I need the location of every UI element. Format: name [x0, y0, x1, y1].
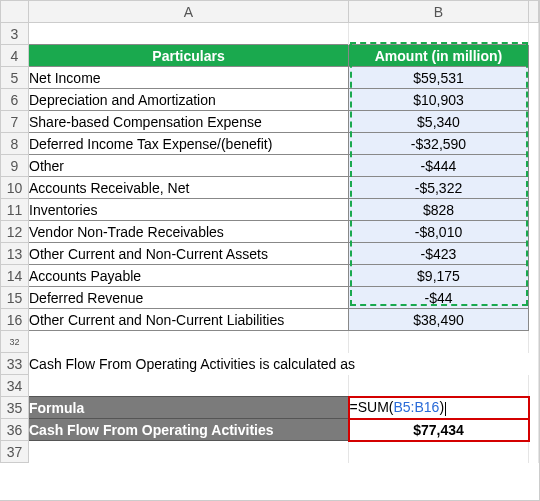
row-header[interactable]: 34 [1, 375, 29, 397]
item-label[interactable]: Net Income [29, 67, 349, 89]
corner-cell[interactable] [1, 1, 29, 23]
item-value[interactable]: -$32,590 [349, 133, 529, 155]
row-header[interactable]: 32 [1, 331, 29, 353]
col-header-c[interactable] [529, 1, 539, 23]
cell[interactable] [529, 111, 539, 133]
item-label[interactable]: Accounts Payable [29, 265, 349, 287]
cell[interactable] [29, 23, 349, 45]
formula-cell[interactable]: =SUM(B5:B16) [349, 397, 529, 419]
spreadsheet[interactable]: A B 3 4 Particulars Amount (in million) … [0, 0, 540, 501]
cell[interactable] [529, 45, 539, 67]
grid[interactable]: A B 3 4 Particulars Amount (in million) … [0, 0, 539, 463]
cell[interactable] [529, 199, 539, 221]
item-value[interactable]: -$444 [349, 155, 529, 177]
note-text[interactable]: Cash Flow From Operating Activities is c… [29, 353, 529, 375]
item-value[interactable]: $9,175 [349, 265, 529, 287]
row-header[interactable]: 33 [1, 353, 29, 375]
cell[interactable] [529, 155, 539, 177]
item-value[interactable]: $828 [349, 199, 529, 221]
result-label[interactable]: Cash Flow From Operating Activities [29, 419, 349, 441]
col-header-a[interactable]: A [29, 1, 349, 23]
formula-close: ) [439, 399, 444, 415]
row-header[interactable]: 10 [1, 177, 29, 199]
cell[interactable] [349, 331, 529, 353]
cell[interactable] [529, 265, 539, 287]
row-header[interactable]: 9 [1, 155, 29, 177]
formula-fn: SUM( [358, 399, 394, 415]
cell[interactable] [529, 67, 539, 89]
row-header[interactable]: 6 [1, 89, 29, 111]
cell[interactable] [529, 243, 539, 265]
row-header[interactable]: 16 [1, 309, 29, 331]
row-header[interactable]: 3 [1, 23, 29, 45]
item-value[interactable]: $59,531 [349, 67, 529, 89]
row-header[interactable]: 11 [1, 199, 29, 221]
header-amount[interactable]: Amount (in million) [349, 45, 529, 67]
formula-range: B5:B16 [393, 399, 439, 415]
item-label[interactable]: Other [29, 155, 349, 177]
cell[interactable] [529, 331, 539, 353]
item-label[interactable]: Inventories [29, 199, 349, 221]
cell[interactable] [529, 177, 539, 199]
cell[interactable] [529, 133, 539, 155]
item-value[interactable]: -$423 [349, 243, 529, 265]
item-label[interactable]: Deferred Income Tax Expense/(benefit) [29, 133, 349, 155]
item-value[interactable]: $38,490 [349, 309, 529, 331]
row-header[interactable]: 5 [1, 67, 29, 89]
cell[interactable] [529, 89, 539, 111]
cell[interactable] [529, 353, 539, 375]
cell[interactable] [529, 309, 539, 331]
row-header[interactable]: 12 [1, 221, 29, 243]
formula-eq: = [350, 399, 358, 415]
col-header-b[interactable]: B [349, 1, 529, 23]
item-value[interactable]: $5,340 [349, 111, 529, 133]
item-label[interactable]: Other Current and Non-Current Assets [29, 243, 349, 265]
item-value[interactable]: -$5,322 [349, 177, 529, 199]
item-value[interactable]: -$44 [349, 287, 529, 309]
cell[interactable] [349, 23, 529, 45]
cell[interactable] [529, 419, 539, 441]
cell[interactable] [529, 221, 539, 243]
cell[interactable] [529, 23, 539, 45]
item-value[interactable]: $10,903 [349, 89, 529, 111]
item-label[interactable]: Depreciation and Amortization [29, 89, 349, 111]
item-label[interactable]: Accounts Receivable, Net [29, 177, 349, 199]
result-value[interactable]: $77,434 [349, 419, 529, 441]
cell[interactable] [529, 441, 539, 463]
cell[interactable] [29, 441, 349, 463]
row-header[interactable]: 37 [1, 441, 29, 463]
item-label[interactable]: Vendor Non-Trade Receivables [29, 221, 349, 243]
cell[interactable] [529, 397, 539, 419]
item-value[interactable]: -$8,010 [349, 221, 529, 243]
text-caret [445, 402, 446, 416]
cell[interactable] [349, 375, 529, 397]
cell[interactable] [29, 331, 349, 353]
cell[interactable] [29, 375, 349, 397]
row-header[interactable]: 36 [1, 419, 29, 441]
formula-label[interactable]: Formula [29, 397, 349, 419]
cell[interactable] [349, 441, 529, 463]
row-header[interactable]: 4 [1, 45, 29, 67]
cell[interactable] [529, 287, 539, 309]
row-header[interactable]: 13 [1, 243, 29, 265]
cell[interactable] [529, 375, 539, 397]
row-header[interactable]: 15 [1, 287, 29, 309]
row-header[interactable]: 14 [1, 265, 29, 287]
row-header[interactable]: 35 [1, 397, 29, 419]
item-label[interactable]: Share-based Compensation Expense [29, 111, 349, 133]
row-header[interactable]: 8 [1, 133, 29, 155]
item-label[interactable]: Deferred Revenue [29, 287, 349, 309]
row-header[interactable]: 7 [1, 111, 29, 133]
item-label[interactable]: Other Current and Non-Current Liabilitie… [29, 309, 349, 331]
header-particulars[interactable]: Particulars [29, 45, 349, 67]
